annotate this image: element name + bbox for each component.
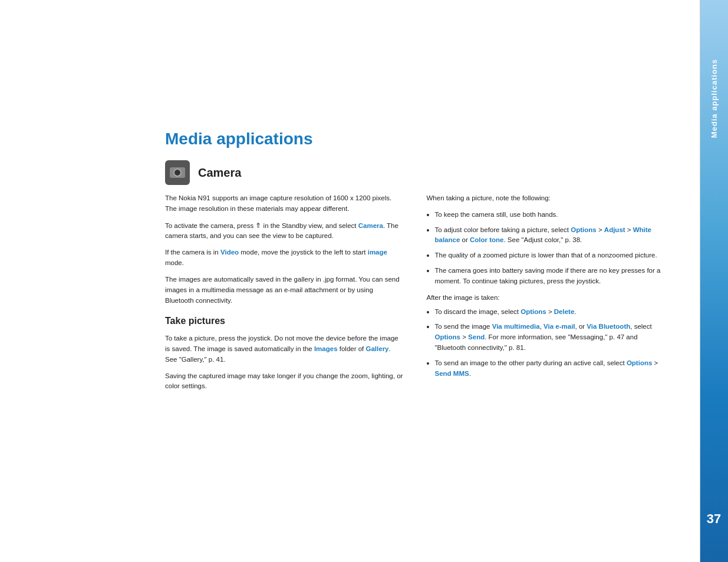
bullet-item-6: To send the image Via multimedia, Via e-… [427, 322, 665, 353]
sidebar-line [700, 0, 700, 562]
bullet-item-7: To send an image to the other party duri… [427, 358, 665, 379]
camera-icon [165, 160, 190, 185]
intro-p4: The images are automatically saved in th… [165, 275, 403, 306]
bullet-item-4: The camera goes into battery saving mode… [427, 266, 665, 287]
bullet-list-before: To keep the camera still, use both hands… [427, 210, 665, 287]
link-color-tone[interactable]: Color tone [470, 236, 504, 243]
b6-plain4: , select [630, 323, 651, 330]
bullet-list-after: To discard the image, select Options > D… [427, 307, 665, 379]
take-pictures-title: Take pictures [165, 314, 403, 329]
sidebar-tab: Media applications 37 [700, 0, 728, 562]
link-options-4[interactable]: Options [627, 359, 652, 366]
intro-p3: If the camera is in Video mode, move the… [165, 247, 403, 269]
sidebar-label: Media applications [710, 59, 719, 138]
bullet-item-1: To keep the camera still, use both hands… [427, 210, 665, 220]
link-video[interactable]: Video [220, 249, 239, 256]
camera-standby-icon: ⇑ [255, 222, 261, 230]
b2-plain5: . See "Adjust color," p. 38. [503, 236, 582, 243]
link-via-multimedia[interactable]: Via multimedia [492, 323, 540, 330]
link-via-email[interactable]: Via e-mail [543, 323, 575, 330]
b6-plain-start: To send the image [435, 323, 492, 330]
intro-p3-plain-mid: mode, move the joystick to the left to s… [239, 249, 368, 256]
link-options-2[interactable]: Options [521, 308, 546, 315]
link-send-mms[interactable]: Send MMS [435, 370, 469, 377]
intro-p3-plain-end: mode. [165, 259, 184, 266]
content-columns: The Nokia N91 supports an image capture … [165, 193, 664, 398]
b2-plain-start: To adjust color before taking a picture,… [435, 226, 571, 233]
tp1-plain2: folder of [338, 345, 366, 352]
take-pictures-p2: Saving the captured image may take longe… [165, 371, 403, 392]
bullet-item-5: To discard the image, select Options > D… [427, 307, 665, 318]
b7-plain2: > [652, 359, 658, 366]
intro-p3-plain-start: If the camera is in [165, 249, 220, 256]
link-camera[interactable]: Camera [358, 222, 383, 229]
link-adjust[interactable]: Adjust [604, 226, 625, 233]
page-container: Media applications Camera The Nokia N91 … [0, 0, 728, 562]
intro-p2-plain-start: To activate the camera, press [165, 222, 255, 229]
section-title: Media applications [165, 130, 664, 148]
link-options-1[interactable]: Options [571, 226, 596, 233]
link-options-3[interactable]: Options [435, 333, 460, 340]
camera-title: Camera [198, 166, 241, 180]
b6-plain3: , or [575, 323, 587, 330]
bullet-item-2: To adjust color before taking a picture,… [427, 225, 665, 246]
b5-plain-start: To discard the image, select [435, 308, 521, 315]
after-image-label: After the image is taken: [427, 293, 665, 303]
b2-plain2: > [597, 226, 604, 233]
b6-plain5: > [460, 333, 468, 340]
link-gallery[interactable]: Gallery [366, 345, 389, 352]
intro-p1: The Nokia N91 supports an image capture … [165, 193, 403, 214]
bullet-item-3: The quality of a zoomed picture is lower… [427, 250, 665, 261]
intro-p2-plain-mid: in the Standby view, and select [261, 222, 358, 229]
b5-plain2: > [546, 308, 554, 315]
b7-plain-start: To send an image to the other party duri… [435, 359, 627, 366]
b7-end: . [469, 370, 471, 377]
link-via-bluetooth[interactable]: Via Bluetooth [587, 323, 630, 330]
intro-p2: To activate the camera, press ⇑ in the S… [165, 220, 403, 242]
left-column: The Nokia N91 supports an image capture … [165, 193, 403, 398]
link-image[interactable]: image [368, 249, 387, 256]
b2-plain4: or [460, 236, 470, 243]
page-number: 37 [707, 511, 721, 527]
b2-plain3: > [625, 226, 633, 233]
camera-header: Camera [165, 160, 664, 185]
right-intro: When taking a picture, note the followin… [427, 193, 665, 204]
link-images[interactable]: Images [314, 345, 338, 352]
link-send[interactable]: Send [468, 333, 485, 340]
link-delete[interactable]: Delete [554, 308, 575, 315]
take-pictures-p1: To take a picture, press the joystick. D… [165, 333, 403, 365]
right-column: When taking a picture, note the followin… [427, 193, 665, 398]
main-content: Media applications Camera The Nokia N91 … [0, 0, 700, 562]
b5-end: . [574, 308, 576, 315]
